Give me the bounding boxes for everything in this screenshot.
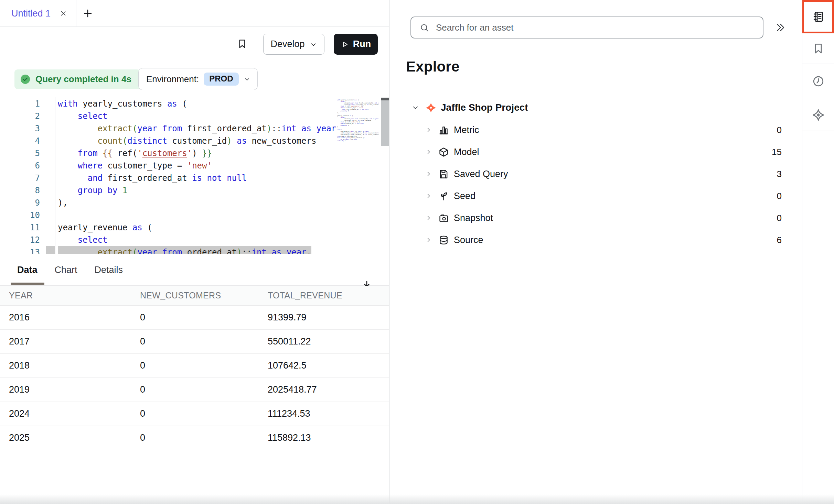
editor-panel: Untitled 1 Develop Run Query completed i… [0, 0, 389, 504]
code-line: 2 select [0, 110, 389, 122]
environment-badge: PROD [204, 73, 238, 86]
tab-chart[interactable]: Chart [55, 265, 77, 275]
table-row: 201902025418.77 [0, 378, 389, 402]
code-line: 4 count(distinct customer_id) as new_cus… [0, 135, 389, 147]
table-cell: 0 [131, 360, 259, 371]
code-line-content: extract(year from ordered_at)::int as ye… [58, 246, 311, 254]
asset-search-input[interactable] [410, 17, 763, 39]
code-line-content: ), [58, 197, 68, 209]
table-cell: 0 [131, 312, 259, 323]
code-line: 5 from {{ ref('customers') }} [0, 147, 389, 160]
chevron-right-icon[interactable] [425, 215, 432, 221]
check-circle-icon [20, 74, 31, 85]
tree-item-label: Model [454, 147, 479, 157]
line-number: 12 [0, 234, 55, 246]
tree-item-source[interactable]: Source6 [389, 229, 802, 251]
new-tab-button[interactable] [82, 8, 94, 19]
table-row: 20250115892.13 [0, 426, 389, 450]
line-number: 1 [0, 98, 55, 110]
chevron-right-icon[interactable] [425, 237, 432, 243]
line-number: 4 [0, 135, 55, 147]
chevron-right-icon[interactable] [425, 127, 432, 133]
bookmark-icon[interactable] [237, 39, 248, 50]
catalog-rail-button[interactable] [802, 0, 834, 33]
tree-item-count: 0 [777, 191, 782, 201]
bookmark-rail-button[interactable] [802, 33, 834, 64]
code-line: 9), [0, 197, 389, 209]
develop-button[interactable]: Develop [263, 34, 324, 55]
environment-label: Environment: [146, 74, 199, 85]
indent-guide [78, 172, 78, 184]
scrollbar-thumb[interactable] [381, 98, 389, 146]
line-number: 9 [0, 197, 55, 209]
tab-data[interactable]: Data [17, 265, 38, 275]
table-cell: 0 [131, 432, 259, 443]
table-cell: 111234.53 [259, 408, 389, 419]
minimap-line: order by 1 [337, 140, 378, 142]
tree-item-count: 6 [777, 235, 782, 245]
table-cell: 2016 [0, 312, 131, 323]
table-cell: 115892.13 [259, 432, 389, 443]
code-line-content: extract(year from first_ordered_at)::int… [58, 122, 341, 135]
code-line: 11yearly_revenue as ( [0, 221, 389, 234]
results-table-header: YEARNEW_CUSTOMERSTOTAL_REVENUE [0, 286, 389, 306]
line-number: 2 [0, 110, 55, 122]
tree-item-label: Snapshot [454, 213, 493, 223]
dbt-logo-icon [425, 102, 437, 113]
chevron-right-icon[interactable] [425, 149, 432, 155]
results-tab-bar: DataChartDetails [0, 254, 389, 286]
table-cell: 0 [131, 336, 259, 347]
history-icon [812, 75, 825, 88]
collapse-panel-icon[interactable] [775, 22, 786, 33]
sql-editor[interactable]: 1with yearly_customers as (2 select3 ext… [0, 97, 389, 254]
line-number: 10 [0, 209, 55, 221]
table-row: 20170550011.22 [0, 330, 389, 354]
code-line: 7 and first_ordered_at is not null [0, 172, 389, 184]
chevron-right-icon[interactable] [425, 171, 432, 177]
run-button-label: Run [353, 39, 371, 50]
tree-item-model[interactable]: Model15 [389, 141, 802, 163]
code-line: 12 select [0, 234, 389, 246]
seed-icon [438, 191, 449, 201]
chevron-down-icon [310, 41, 317, 48]
table-cell: 91399.79 [259, 312, 389, 323]
file-tab[interactable]: Untitled 1 [0, 0, 76, 27]
tree-item-snapshot[interactable]: Snapshot0 [389, 207, 802, 229]
close-icon[interactable] [60, 10, 67, 17]
tab-details[interactable]: Details [95, 265, 123, 275]
code-line-content: where customer_type = 'new' [58, 160, 212, 172]
code-line: 3 extract(year from first_ordered_at)::i… [0, 122, 389, 135]
scrollbar-thumb-cap [381, 98, 389, 100]
project-tree-root[interactable]: Jaffle Shop Project [389, 99, 802, 116]
code-line-content: and first_ordered_at is not null [58, 172, 247, 184]
table-cell: 2017 [0, 336, 131, 347]
tree-item-count: 15 [772, 147, 782, 157]
lineage-rail-button[interactable] [802, 99, 834, 131]
query-status-badge: Query completed in 4s [14, 69, 140, 89]
tab-title: Untitled 1 [11, 8, 51, 19]
tree-item-seed[interactable]: Seed0 [389, 185, 802, 207]
code-line: 10 [0, 209, 389, 221]
column-header: NEW_CUSTOMERS [131, 291, 259, 300]
environment-selector[interactable]: Environment: PROD [138, 68, 258, 90]
run-button[interactable]: Run [334, 34, 378, 55]
history-rail-button[interactable] [802, 64, 834, 99]
snapshot-icon [438, 213, 449, 223]
explore-heading: Explore [406, 58, 459, 75]
indent-guide [78, 122, 78, 147]
editor-scrollbar[interactable] [381, 97, 389, 254]
editor-minimap[interactable]: with yearly_customers as ( select extrac… [337, 99, 378, 253]
tree-item-count: 0 [777, 213, 782, 223]
tree-item-label: Seed [454, 191, 475, 201]
chevron-down-icon[interactable] [411, 104, 419, 112]
tree-item-saved-query[interactable]: Saved Query3 [389, 163, 802, 185]
code-line: 13 extract(year from ordered_at)::int as… [0, 246, 389, 254]
play-icon [341, 40, 349, 48]
code-line-content: from {{ ref('customers') }} [58, 147, 212, 160]
project-name: Jaffle Shop Project [441, 102, 528, 113]
line-number: 6 [0, 160, 55, 172]
tree-item-metric[interactable]: Metric0 [389, 119, 802, 141]
table-cell: 2025418.77 [259, 384, 389, 395]
chevron-right-icon[interactable] [425, 193, 432, 199]
code-line-content: yearly_revenue as ( [58, 221, 152, 234]
